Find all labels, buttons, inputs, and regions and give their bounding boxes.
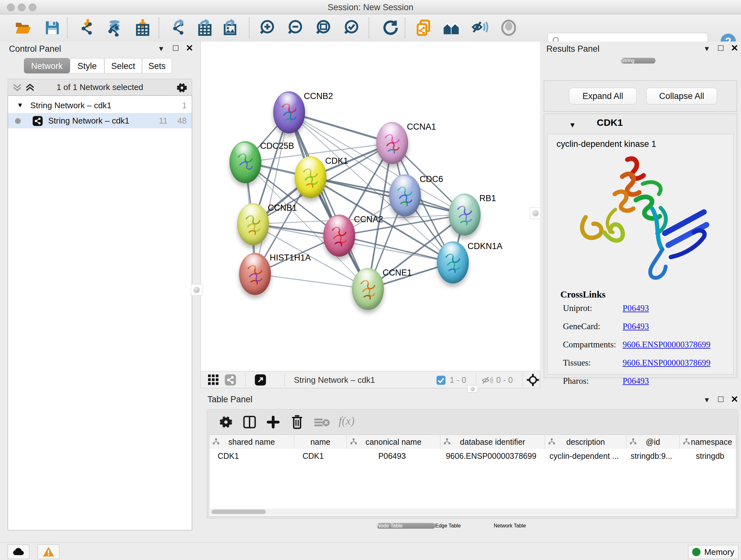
crosslink-link[interactable]: 9606.ENSP00000378699 <box>623 358 711 368</box>
table-cell[interactable]: cyclin-dependent ... <box>545 449 623 462</box>
node-CCNE1[interactable] <box>352 268 384 310</box>
crosslink-label: Compartments: <box>563 340 616 350</box>
zoom-fit-icon[interactable] <box>315 18 334 37</box>
panel-menu-icon[interactable]: ▼ <box>703 45 711 53</box>
table-cell[interactable]: P06493 <box>347 449 437 462</box>
detach-view-icon[interactable] <box>254 374 266 386</box>
birdseye-toggle-icon[interactable] <box>526 373 540 387</box>
node-RB1[interactable] <box>449 193 481 236</box>
apply-layout-icon[interactable] <box>381 18 400 37</box>
node-label-CDC6: CDC6 <box>420 174 443 184</box>
delete-table-icon[interactable] <box>314 418 330 428</box>
open-session-icon[interactable] <box>13 18 32 37</box>
node-CDC6[interactable] <box>389 174 421 216</box>
tree-expander-icon[interactable]: ▼ <box>17 102 23 109</box>
tab-select[interactable]: Select <box>105 58 142 73</box>
memory-button[interactable]: Memory <box>688 545 738 559</box>
network-row-selected[interactable]: String Network – cdk1 11 48 <box>8 113 192 128</box>
tab-node-table[interactable]: Node Table <box>377 523 435 529</box>
selected-checkbox-icon[interactable] <box>436 375 446 385</box>
float-panel-icon[interactable]: □ <box>718 43 724 53</box>
node-CDK1[interactable] <box>294 156 327 198</box>
crosslink-link[interactable]: 9606.ENSP00000378699 <box>623 340 711 350</box>
node-CCNB2[interactable] <box>273 91 305 133</box>
warnings-button[interactable] <box>38 544 59 559</box>
import-table-icon[interactable] <box>133 18 152 37</box>
export-image-icon[interactable] <box>221 18 240 37</box>
node-CDC25B[interactable] <box>229 141 261 183</box>
import-network-from-database-icon[interactable] <box>105 18 124 37</box>
tab-network-table[interactable]: Network Table <box>494 523 564 529</box>
grid-view-icon[interactable] <box>208 374 219 385</box>
network-view-title: String Network – cdk1 <box>294 375 375 385</box>
column-header-database-identifier[interactable]: database identifier <box>441 435 545 449</box>
import-network-icon[interactable] <box>78 18 97 37</box>
node-table[interactable]: shared namenamecanonical namedatabase id… <box>209 435 736 516</box>
expand-all-button[interactable]: Expand All <box>569 88 636 105</box>
clone-network-icon[interactable] <box>414 18 434 37</box>
column-header-@id[interactable]: @id <box>626 435 680 449</box>
float-panel-icon[interactable]: □ <box>173 43 179 53</box>
gear-icon[interactable] <box>177 82 187 93</box>
scrollbar-thumb[interactable] <box>212 509 266 514</box>
save-session-icon[interactable] <box>43 18 62 37</box>
close-panel-icon[interactable]: ✕ <box>186 43 193 53</box>
table-cell[interactable]: CDK1 <box>294 449 352 462</box>
right-splitter-handle[interactable] <box>530 207 541 219</box>
node-CCNA2[interactable] <box>323 214 355 257</box>
add-column-icon[interactable] <box>266 415 280 429</box>
zoom-selected-icon[interactable] <box>343 18 362 37</box>
tab-network[interactable]: Network <box>24 58 70 73</box>
delete-column-icon[interactable] <box>290 415 304 429</box>
node-HIST1H1A[interactable] <box>239 253 271 295</box>
collapse-section-icon[interactable]: ▼ <box>569 121 576 129</box>
collapse-all-button[interactable]: Collapse All <box>646 88 717 105</box>
column-header-shared-name[interactable]: shared name <box>209 435 294 449</box>
table-cell[interactable]: 9606.ENSP00000378699 <box>441 449 542 462</box>
table-cell[interactable]: CDK1 <box>209 449 299 462</box>
edge-HIST1H1A-CCNE1[interactable] <box>255 274 368 289</box>
tab-edge-table[interactable]: Edge Table <box>435 523 494 529</box>
column-label: @id <box>626 437 679 447</box>
node-label-CCNA2: CCNA2 <box>354 214 383 225</box>
network-collection-row[interactable]: ▼ String Network – cdk1 1 <box>8 98 192 113</box>
close-panel-icon[interactable]: ✕ <box>731 394 738 405</box>
close-panel-icon[interactable]: ✕ <box>731 43 738 53</box>
tab-string[interactable]: String <box>621 58 656 64</box>
node-CCNB1[interactable] <box>237 203 269 245</box>
birdseye-icon[interactable] <box>442 18 461 37</box>
panel-menu-icon[interactable]: ▼ <box>703 396 711 404</box>
table-cell[interactable]: stringdb <box>680 449 736 462</box>
column-header-namespace[interactable]: namespace <box>680 435 736 449</box>
export-network-icon[interactable] <box>170 18 189 37</box>
horizontal-scrollbar[interactable] <box>209 509 736 515</box>
cloud-button[interactable] <box>8 544 29 559</box>
show-all-icon[interactable] <box>499 18 518 37</box>
table-cell[interactable]: stringdb:9... <box>626 449 677 462</box>
table-options-gear-icon[interactable] <box>219 415 232 429</box>
zoom-out-icon[interactable] <box>287 18 306 37</box>
network-canvas[interactable]: CCNB2CCNA1CDC25BCDK1CDC6RB1CCNB1CCNA2CDK… <box>200 42 541 371</box>
tab-sets[interactable]: Sets <box>142 58 172 73</box>
column-header-description[interactable]: description <box>545 435 626 449</box>
crosslink-link[interactable]: P06493 <box>623 376 649 386</box>
network-view-icon[interactable] <box>224 374 237 386</box>
node-CCNA1[interactable] <box>376 122 408 164</box>
hide-selected-icon[interactable] <box>470 18 489 37</box>
function-builder-icon[interactable]: f(x) <box>339 414 354 428</box>
bottom-splitter-handle[interactable] <box>468 385 478 392</box>
show-columns-icon[interactable] <box>243 415 256 429</box>
column-header-canonical-name[interactable]: canonical name <box>347 435 441 449</box>
column-header-name[interactable]: name <box>294 435 347 449</box>
results-actions-box: Expand All Collapse All <box>544 80 737 112</box>
zoom-in-icon[interactable] <box>259 18 278 37</box>
crosslink-link[interactable]: P06493 <box>623 321 649 331</box>
left-splitter-handle[interactable] <box>191 284 202 296</box>
node-label-CCNE1: CCNE1 <box>383 268 412 278</box>
panel-menu-icon[interactable]: ▼ <box>158 45 165 53</box>
export-table-icon[interactable] <box>195 18 214 37</box>
crosslink-link[interactable]: P06493 <box>623 303 649 313</box>
float-panel-icon[interactable]: □ <box>718 394 724 404</box>
node-CDKN1A[interactable] <box>437 241 469 284</box>
tab-style[interactable]: Style <box>70 58 105 73</box>
